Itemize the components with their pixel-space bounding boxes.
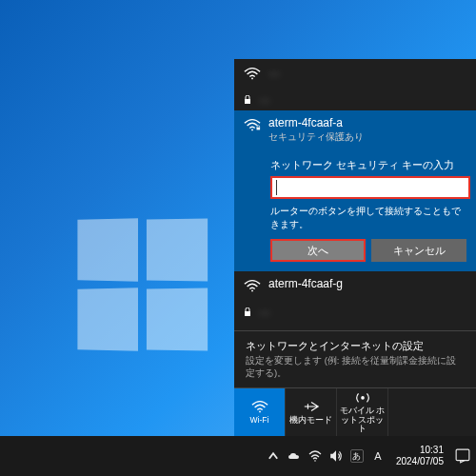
network-flyout: … … aterm-4fcaaf-a セキュリティ保護あり [234, 59, 476, 436]
ime-mode[interactable]: あ [350, 449, 364, 463]
ime-a[interactable]: A [371, 449, 385, 463]
svg-point-2 [251, 129, 253, 131]
network-item[interactable]: aterm-4fcaaf-g [234, 271, 476, 298]
network-item[interactable]: … [234, 59, 476, 86]
network-tray-icon[interactable] [308, 449, 322, 463]
network-name: … [259, 304, 270, 317]
svg-point-8 [259, 410, 261, 412]
network-name: … [268, 65, 280, 78]
wifi-secure-icon [244, 118, 261, 131]
svg-point-9 [361, 397, 365, 401]
settings-title: ネットワークとインターネットの設定 [246, 339, 465, 353]
wifi-secure-icon [244, 279, 261, 292]
network-name: … [259, 91, 270, 105]
security-key-label: ネットワーク セキュリティ キーの入力 [270, 159, 466, 172]
wps-hint: ルーターのボタンを押して接続することもできます。 [270, 205, 466, 231]
date: 2024/07/05 [396, 456, 444, 467]
svg-point-5 [251, 290, 253, 292]
network-name: aterm-4fcaaf-a [268, 116, 364, 129]
system-tray: あ A 10:31 2024/07/05 [267, 445, 470, 467]
network-list: … … aterm-4fcaaf-a セキュリティ保護あり [234, 59, 476, 330]
lock-icon [244, 307, 251, 317]
onedrive-icon[interactable] [288, 449, 301, 463]
wifi-icon [251, 400, 268, 413]
svg-point-10 [314, 460, 316, 462]
security-key-input[interactable] [270, 176, 470, 199]
clock[interactable]: 10:31 2024/07/05 [392, 445, 447, 467]
network-name: aterm-4fcaaf-g [268, 277, 343, 290]
desktop: … … aterm-4fcaaf-a セキュリティ保護あり [0, 0, 476, 476]
network-item[interactable]: … [234, 323, 476, 330]
airplane-tile[interactable]: 機内モード [286, 388, 337, 436]
network-item[interactable]: … [234, 86, 476, 110]
hotspot-tile[interactable]: モバイル ホットスポット [337, 388, 388, 436]
wifi-tile[interactable]: Wi-Fi [234, 388, 286, 436]
next-button[interactable]: 次へ [270, 239, 366, 262]
svg-rect-6 [245, 311, 250, 316]
volume-icon[interactable] [329, 449, 343, 463]
tile-label: Wi-Fi [250, 416, 269, 425]
svg-rect-11 [456, 449, 469, 460]
hotspot-icon [354, 390, 371, 404]
tile-label: 機内モード [289, 416, 332, 425]
network-item-selected[interactable]: aterm-4fcaaf-a セキュリティ保護あり ネットワーク セキュリティ … [234, 110, 476, 271]
svg-rect-4 [257, 128, 261, 130]
wifi-icon [244, 67, 261, 80]
windows-logo [76, 219, 209, 352]
taskbar: あ A 10:31 2024/07/05 [0, 436, 476, 476]
tile-label: モバイル ホットスポット [337, 407, 387, 433]
text-cursor [276, 180, 277, 195]
quick-tiles: Wi-Fi 機内モード モバイル ホットスポット [234, 387, 476, 436]
time: 10:31 [396, 445, 444, 456]
chevron-up-icon[interactable] [267, 449, 280, 463]
svg-rect-1 [245, 99, 250, 104]
network-settings-link[interactable]: ネットワークとインターネットの設定 設定を変更します (例: 接続を従量制課金接… [234, 330, 476, 387]
notification-icon[interactable] [455, 448, 470, 464]
network-item[interactable]: … [234, 298, 476, 323]
airplane-icon [303, 400, 320, 413]
lock-icon [244, 95, 251, 105]
cancel-button[interactable]: キャンセル [371, 239, 466, 262]
network-status: セキュリティ保護あり [268, 130, 364, 144]
settings-subtitle: 設定を変更します (例: 接続を従量制課金接続に設定する)。 [246, 355, 465, 380]
svg-point-0 [251, 78, 253, 80]
network-name: … [259, 328, 270, 330]
